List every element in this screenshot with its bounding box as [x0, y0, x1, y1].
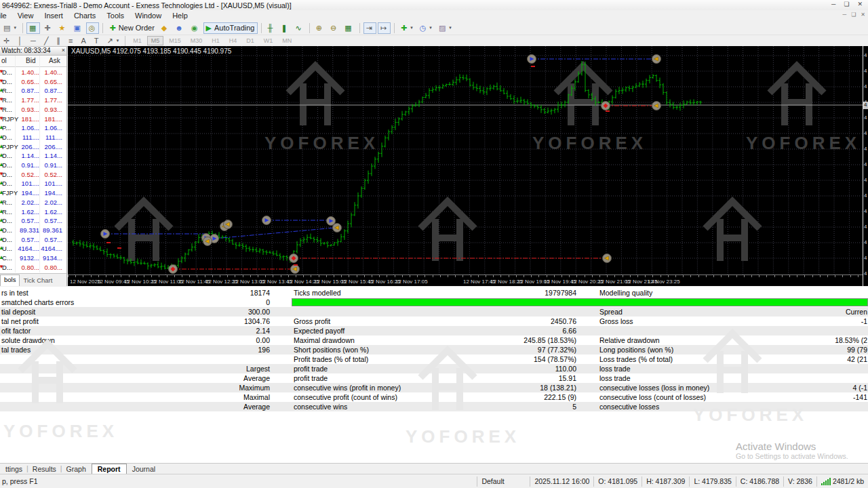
- text-icon[interactable]: A: [78, 35, 90, 47]
- tester-tab-journal[interactable]: Journal: [127, 464, 161, 474]
- channel-icon[interactable]: ∥: [54, 35, 65, 47]
- navigator-icon[interactable]: ★: [56, 22, 70, 34]
- market-watch-row[interactable]: ▲D...1.14...1.14...: [0, 151, 67, 161]
- close-icon[interactable]: ×: [62, 47, 65, 54]
- report-cell-c2l: Expected payoff: [294, 327, 344, 335]
- templates-icon[interactable]: ▨▾: [436, 22, 454, 34]
- chart-plot-area[interactable]: YOFOREXYOFOREXYOFOREX XAUUSD,M5 4192.075…: [68, 46, 863, 274]
- market-watch-row[interactable]: ▼D...0.80...0.80...: [0, 263, 67, 272]
- report-cell-c2l: Ticks modelled: [294, 289, 341, 297]
- ask-column-header[interactable]: Ask: [49, 57, 60, 64]
- menu-view[interactable]: View: [12, 11, 39, 20]
- menu-charts[interactable]: Charts: [68, 11, 101, 20]
- tile-windows-icon[interactable]: ▦: [342, 22, 355, 34]
- timeframe-m15[interactable]: M15: [165, 36, 185, 45]
- timeframe-m1[interactable]: M1: [129, 36, 146, 45]
- market-watch-row[interactable]: ▲FJPY194....194....: [0, 188, 67, 198]
- market-watch-title: Watch: 08:33:34: [1, 47, 50, 54]
- symbol-column-header[interactable]: ol: [1, 57, 7, 64]
- strategy-tester-icon[interactable]: ◎: [86, 22, 100, 34]
- market-watch-tab-tick-chart[interactable]: Tick Chart: [20, 276, 56, 285]
- timeframe-mn[interactable]: MN: [278, 36, 296, 45]
- tester-tab-graph[interactable]: Graph: [61, 464, 92, 474]
- autotrading-button[interactable]: ▶AutoTrading: [203, 22, 258, 34]
- svg-text:YOFOREX: YOFOREX: [532, 133, 647, 153]
- bid-value: 0.57...: [15, 236, 39, 243]
- market-watch-row[interactable]: ▼D...1.40...1.40...: [0, 68, 67, 77]
- chart-restore-icon[interactable]: ❏: [851, 12, 856, 18]
- auto-scroll-icon[interactable]: ⇥: [363, 22, 376, 34]
- maximize-icon[interactable]: ❏: [844, 1, 849, 7]
- market-watch-icon[interactable]: ▦: [26, 22, 40, 34]
- ask-value: 1.40...: [39, 68, 62, 76]
- bid-column-header[interactable]: Bid: [26, 57, 35, 64]
- vertical-line-icon[interactable]: │: [15, 35, 26, 47]
- market-watch-row[interactable]: ▼D...0.52...0.52...: [0, 170, 67, 180]
- menu-insert[interactable]: Insert: [39, 11, 68, 20]
- cursor-crosshair-icon[interactable]: ✛: [1, 35, 14, 47]
- market-watch-row[interactable]: ▲D...0.57...0.57...: [0, 235, 67, 245]
- timeframe-h4[interactable]: H4: [225, 36, 241, 45]
- tester-tab-ttings[interactable]: ttings: [0, 464, 28, 474]
- menu-window[interactable]: Window: [130, 11, 167, 20]
- eraser-icon[interactable]: ◆: [159, 22, 171, 34]
- fibonacci-icon[interactable]: ≡: [66, 35, 77, 47]
- symbol-name: R...: [2, 106, 12, 113]
- bar-chart-icon[interactable]: ╫: [265, 22, 277, 34]
- timeframe-d1[interactable]: D1: [242, 36, 258, 45]
- tester-tab-report[interactable]: Report: [92, 464, 127, 474]
- shapes-icon[interactable]: ↗▾: [104, 35, 122, 47]
- price-chart[interactable]: YOFOREXYOFOREXYOFOREX XAUUSD,M5 4192.075…: [68, 46, 863, 274]
- terminal-icon[interactable]: ▣: [71, 22, 84, 34]
- market-watch-row[interactable]: ▲PJPY206....206....: [0, 142, 67, 152]
- data-window-icon[interactable]: ✚: [41, 22, 54, 34]
- market-watch-row[interactable]: ▼R...0.93...0.93...: [0, 105, 67, 115]
- market-watch-row[interactable]: ▲R...1.62...1.62...: [0, 207, 67, 217]
- market-watch-row[interactable]: ▲D...89.33189.361: [0, 226, 67, 235]
- market-watch-row[interactable]: ▼RJPY181....181....: [0, 115, 67, 124]
- candlestick-icon[interactable]: ❚: [278, 22, 291, 34]
- modelling-quality-bar: [292, 298, 868, 306]
- market-watch-row[interactable]: ▲D...0.57...0.57...: [0, 216, 67, 226]
- timeframe-m30[interactable]: M30: [186, 36, 207, 45]
- sound-icon[interactable]: ◉: [189, 22, 202, 34]
- zoom-out-icon[interactable]: ⊖: [328, 22, 340, 34]
- market-watch-row[interactable]: ▲P...1.06...1.06...: [0, 123, 67, 133]
- market-watch-row[interactable]: ▲D...101....101....: [0, 179, 67, 188]
- trendline-icon[interactable]: ╱: [41, 35, 53, 47]
- market-watch-row[interactable]: ▲D...111....111....: [0, 133, 67, 142]
- label-icon[interactable]: T: [92, 35, 103, 47]
- market-watch-row[interactable]: ▼R...1.77...1.77...: [0, 96, 67, 105]
- close-icon[interactable]: ✕: [857, 1, 863, 7]
- chart-close-icon[interactable]: ✕: [861, 12, 865, 18]
- expert-advisors-icon[interactable]: ☻: [172, 22, 187, 34]
- horizontal-line-icon: ─: [31, 37, 36, 45]
- menu-file[interactable]: File: [0, 11, 12, 20]
- zoom-in-icon[interactable]: ⊕: [313, 22, 326, 34]
- chart-minimize-icon[interactable]: ─: [842, 12, 846, 18]
- chart-window[interactable]: YOFOREXYOFOREXYOFOREX XAUUSD,M5 4192.075…: [68, 46, 868, 286]
- market-watch-row[interactable]: ▲R...2.02...2.02...: [0, 198, 67, 207]
- market-watch-row[interactable]: ▲C...9132...9134...: [0, 253, 67, 263]
- menu-help[interactable]: Help: [167, 11, 193, 20]
- line-chart-icon[interactable]: ∿: [293, 22, 306, 34]
- menu-tools[interactable]: Tools: [101, 11, 130, 20]
- horizontal-line-icon[interactable]: ─: [28, 35, 40, 47]
- indicators-icon[interactable]: ✚▾: [398, 22, 416, 34]
- profiles-icon[interactable]: ▤▾: [1, 22, 19, 34]
- timeframe-h1[interactable]: H1: [208, 36, 224, 45]
- market-watch-header: Watch: 08:33:34 ×: [0, 47, 67, 56]
- minimize-icon[interactable]: ─: [831, 1, 835, 7]
- tester-tab-results[interactable]: Results: [27, 464, 62, 474]
- periods-icon: ◷: [420, 24, 427, 32]
- market-watch-row[interactable]: ▲R...0.87...0.87...: [0, 86, 67, 96]
- market-watch-tab-bols[interactable]: bols: [0, 274, 20, 286]
- market-watch-row[interactable]: ▲U...4164....4164....: [0, 244, 67, 253]
- new-order-button[interactable]: ✚New Order: [106, 22, 157, 34]
- timeframe-m5[interactable]: M5: [147, 36, 164, 45]
- periods-icon[interactable]: ◷▾: [417, 22, 435, 34]
- timeframe-w1[interactable]: W1: [260, 36, 277, 45]
- chart-shift-icon[interactable]: ↦: [378, 22, 391, 34]
- market-watch-row[interactable]: ▲D...0.91...0.91...: [0, 161, 67, 170]
- market-watch-row[interactable]: ▼D...0.65...0.65...: [0, 77, 67, 87]
